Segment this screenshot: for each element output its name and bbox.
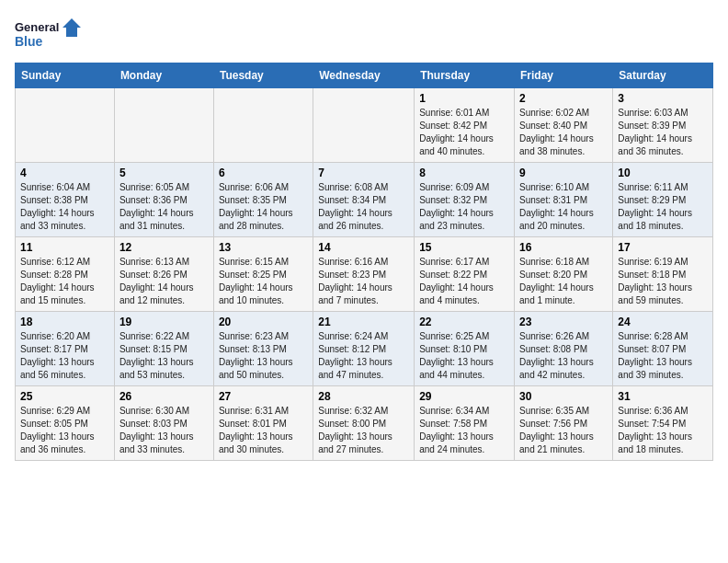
day-info: Sunrise: 6:08 AM Sunset: 8:34 PM Dayligh… — [318, 181, 409, 233]
calendar-cell: 28Sunrise: 6:32 AM Sunset: 8:00 PM Dayli… — [313, 386, 415, 461]
calendar-header-row: SundayMondayTuesdayWednesdayThursdayFrid… — [16, 63, 713, 88]
calendar-cell: 24Sunrise: 6:28 AM Sunset: 8:07 PM Dayli… — [613, 312, 713, 386]
calendar-week-row: 4Sunrise: 6:04 AM Sunset: 8:38 PM Daylig… — [16, 163, 713, 237]
day-number: 24 — [618, 316, 708, 328]
logo-icon: General Blue — [15, 15, 88, 52]
day-number: 26 — [119, 390, 209, 403]
day-number: 12 — [119, 241, 209, 254]
calendar-cell: 20Sunrise: 6:23 AM Sunset: 8:13 PM Dayli… — [213, 312, 313, 386]
column-header-monday: Monday — [114, 63, 213, 88]
day-info: Sunrise: 6:18 AM Sunset: 8:20 PM Dayligh… — [519, 256, 608, 307]
day-info: Sunrise: 6:09 AM Sunset: 8:32 PM Dayligh… — [419, 181, 509, 233]
calendar-cell — [213, 88, 313, 163]
day-number: 25 — [20, 390, 109, 403]
day-number: 15 — [419, 241, 509, 254]
calendar-cell: 23Sunrise: 6:26 AM Sunset: 8:08 PM Dayli… — [515, 312, 613, 386]
day-number: 6 — [219, 167, 308, 179]
calendar-week-row: 25Sunrise: 6:29 AM Sunset: 8:05 PM Dayli… — [16, 386, 713, 461]
day-number: 9 — [519, 167, 608, 179]
calendar-cell: 21Sunrise: 6:24 AM Sunset: 8:12 PM Dayli… — [313, 312, 415, 386]
day-number: 28 — [318, 390, 409, 403]
calendar-cell: 30Sunrise: 6:35 AM Sunset: 7:56 PM Dayli… — [515, 386, 613, 461]
calendar-week-row: 18Sunrise: 6:20 AM Sunset: 8:17 PM Dayli… — [16, 312, 713, 386]
calendar-cell: 3Sunrise: 6:03 AM Sunset: 8:39 PM Daylig… — [613, 88, 713, 163]
day-info: Sunrise: 6:36 AM Sunset: 7:54 PM Dayligh… — [618, 405, 708, 456]
column-header-tuesday: Tuesday — [213, 63, 313, 88]
day-info: Sunrise: 6:25 AM Sunset: 8:10 PM Dayligh… — [419, 330, 509, 382]
calendar-cell: 25Sunrise: 6:29 AM Sunset: 8:05 PM Dayli… — [16, 386, 115, 461]
logo: General Blue — [15, 15, 88, 52]
day-number: 31 — [618, 390, 708, 403]
day-info: Sunrise: 6:24 AM Sunset: 8:12 PM Dayligh… — [318, 330, 409, 382]
calendar-cell: 27Sunrise: 6:31 AM Sunset: 8:01 PM Dayli… — [213, 386, 313, 461]
day-number: 3 — [618, 92, 708, 105]
day-number: 4 — [20, 167, 109, 179]
calendar-cell: 10Sunrise: 6:11 AM Sunset: 8:29 PM Dayli… — [613, 163, 713, 237]
column-header-thursday: Thursday — [415, 63, 515, 88]
day-info: Sunrise: 6:05 AM Sunset: 8:36 PM Dayligh… — [119, 181, 209, 233]
calendar-cell: 4Sunrise: 6:04 AM Sunset: 8:38 PM Daylig… — [16, 163, 115, 237]
calendar-cell: 14Sunrise: 6:16 AM Sunset: 8:23 PM Dayli… — [313, 237, 415, 312]
day-info: Sunrise: 6:03 AM Sunset: 8:39 PM Dayligh… — [618, 107, 708, 158]
calendar-cell — [313, 88, 415, 163]
day-number: 11 — [20, 241, 109, 254]
calendar-cell: 5Sunrise: 6:05 AM Sunset: 8:36 PM Daylig… — [114, 163, 213, 237]
day-info: Sunrise: 6:34 AM Sunset: 7:58 PM Dayligh… — [419, 405, 509, 456]
day-info: Sunrise: 6:28 AM Sunset: 8:07 PM Dayligh… — [618, 330, 708, 382]
calendar-cell: 17Sunrise: 6:19 AM Sunset: 8:18 PM Dayli… — [613, 237, 713, 312]
calendar-cell: 16Sunrise: 6:18 AM Sunset: 8:20 PM Dayli… — [515, 237, 613, 312]
calendar-body: 1Sunrise: 6:01 AM Sunset: 8:42 PM Daylig… — [16, 88, 713, 461]
header: General Blue — [15, 15, 713, 52]
day-info: Sunrise: 6:11 AM Sunset: 8:29 PM Dayligh… — [618, 181, 708, 233]
calendar-cell: 2Sunrise: 6:02 AM Sunset: 8:40 PM Daylig… — [515, 88, 613, 163]
day-info: Sunrise: 6:01 AM Sunset: 8:42 PM Dayligh… — [419, 107, 509, 158]
column-header-wednesday: Wednesday — [313, 63, 415, 88]
calendar-cell: 22Sunrise: 6:25 AM Sunset: 8:10 PM Dayli… — [415, 312, 515, 386]
calendar-cell: 19Sunrise: 6:22 AM Sunset: 8:15 PM Dayli… — [114, 312, 213, 386]
calendar-table: SundayMondayTuesdayWednesdayThursdayFrid… — [15, 63, 713, 461]
day-info: Sunrise: 6:29 AM Sunset: 8:05 PM Dayligh… — [20, 405, 109, 456]
day-info: Sunrise: 6:15 AM Sunset: 8:25 PM Dayligh… — [219, 256, 308, 307]
calendar-cell: 29Sunrise: 6:34 AM Sunset: 7:58 PM Dayli… — [415, 386, 515, 461]
day-number: 23 — [519, 316, 608, 328]
column-header-saturday: Saturday — [613, 63, 713, 88]
day-number: 8 — [419, 167, 509, 179]
day-info: Sunrise: 6:13 AM Sunset: 8:26 PM Dayligh… — [119, 256, 209, 307]
day-number: 21 — [318, 316, 409, 328]
calendar-cell: 31Sunrise: 6:36 AM Sunset: 7:54 PM Dayli… — [613, 386, 713, 461]
day-info: Sunrise: 6:22 AM Sunset: 8:15 PM Dayligh… — [119, 330, 209, 382]
calendar-week-row: 11Sunrise: 6:12 AM Sunset: 8:28 PM Dayli… — [16, 237, 713, 312]
day-info: Sunrise: 6:04 AM Sunset: 8:38 PM Dayligh… — [20, 181, 109, 233]
day-number: 2 — [519, 92, 608, 105]
calendar-cell: 11Sunrise: 6:12 AM Sunset: 8:28 PM Dayli… — [16, 237, 115, 312]
svg-text:Blue: Blue — [15, 34, 43, 49]
day-info: Sunrise: 6:12 AM Sunset: 8:28 PM Dayligh… — [20, 256, 109, 307]
day-number: 17 — [618, 241, 708, 254]
day-number: 29 — [419, 390, 509, 403]
day-info: Sunrise: 6:16 AM Sunset: 8:23 PM Dayligh… — [318, 256, 409, 307]
calendar-cell: 9Sunrise: 6:10 AM Sunset: 8:31 PM Daylig… — [515, 163, 613, 237]
day-number: 5 — [119, 167, 209, 179]
calendar-cell: 8Sunrise: 6:09 AM Sunset: 8:32 PM Daylig… — [415, 163, 515, 237]
day-info: Sunrise: 6:23 AM Sunset: 8:13 PM Dayligh… — [219, 330, 308, 382]
day-number: 18 — [20, 316, 109, 328]
calendar-cell: 7Sunrise: 6:08 AM Sunset: 8:34 PM Daylig… — [313, 163, 415, 237]
calendar-cell: 26Sunrise: 6:30 AM Sunset: 8:03 PM Dayli… — [114, 386, 213, 461]
calendar-cell: 18Sunrise: 6:20 AM Sunset: 8:17 PM Dayli… — [16, 312, 115, 386]
day-number: 19 — [119, 316, 209, 328]
svg-text:General: General — [15, 20, 59, 34]
day-number: 20 — [219, 316, 308, 328]
day-number: 14 — [318, 241, 409, 254]
svg-marker-2 — [63, 18, 81, 37]
calendar-cell — [114, 88, 213, 163]
day-info: Sunrise: 6:32 AM Sunset: 8:00 PM Dayligh… — [318, 405, 409, 456]
day-number: 16 — [519, 241, 608, 254]
day-info: Sunrise: 6:26 AM Sunset: 8:08 PM Dayligh… — [519, 330, 608, 382]
day-number: 1 — [419, 92, 509, 105]
day-info: Sunrise: 6:10 AM Sunset: 8:31 PM Dayligh… — [519, 181, 608, 233]
day-number: 10 — [618, 167, 708, 179]
day-info: Sunrise: 6:06 AM Sunset: 8:35 PM Dayligh… — [219, 181, 308, 233]
column-header-sunday: Sunday — [16, 63, 115, 88]
calendar-cell — [16, 88, 115, 163]
day-info: Sunrise: 6:17 AM Sunset: 8:22 PM Dayligh… — [419, 256, 509, 307]
